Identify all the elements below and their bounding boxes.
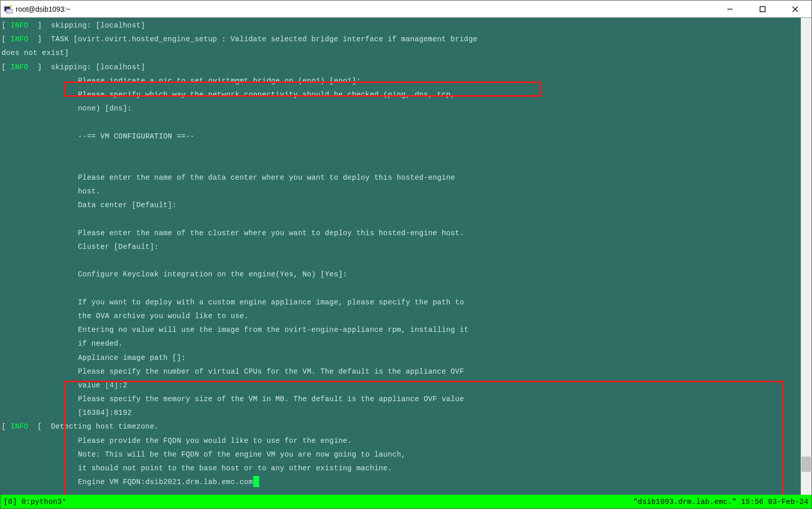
scrollbar[interactable] [801, 18, 811, 495]
log-line: [ INFO ] TASK [ovirt.ovirt.hosted_engine… [2, 33, 810, 46]
svg-rect-1 [7, 9, 13, 13]
prompt-keycloak: Configure Keycloak integration on the en… [2, 268, 810, 281]
blank-line [2, 116, 810, 129]
log-line: [ INFO ] skipping: [localhost] [2, 61, 810, 74]
prompt-ova-cont: the OVA archive you would like to use. [2, 309, 810, 323]
terminal-cursor [253, 476, 259, 487]
status-left: [0] 0:python3* [4, 498, 633, 506]
log-line: does not exist] [2, 46, 810, 60]
prompt-fqdn: Please provide the FQDN you would like t… [2, 434, 810, 448]
prompt-datacenter-value: Data center [Default]: [2, 199, 810, 212]
svg-line-2 [11, 5, 12, 7]
prompt-cluster-value: Cluster [Default]: [2, 240, 810, 254]
prompt-datacenter: Please enter the name of the data center… [2, 171, 810, 185]
maximize-button[interactable] [746, 1, 779, 18]
minimize-button[interactable] [714, 1, 746, 18]
prompt-memory-value: [16384]:8192 [2, 406, 810, 420]
prompt-datacenter-cont: host. [2, 185, 810, 199]
scrollbar-thumb[interactable] [801, 457, 811, 472]
status-right: "dsib1093.drm.lab.emc." 15:56 03-Feb-24 [633, 498, 808, 506]
prompt-engine-fqdn-input[interactable]: Engine VM FQDN:dsib2021.drm.lab.emc.com [2, 475, 810, 489]
prompt-vcpu-value: value [4]:2 [2, 379, 810, 392]
blank-line [2, 254, 810, 268]
log-line: [ INFO [ Detecting host timezone. [2, 420, 810, 434]
close-button[interactable] [779, 1, 811, 18]
prompt-fqdn-note2: it should not point to the base host or … [2, 462, 810, 475]
blank-line [2, 144, 810, 157]
app-window: root@dsib1093:~ [ INFO ] skipping: [loca… [0, 0, 812, 509]
blank-line [2, 157, 810, 171]
terminal-area[interactable]: [ INFO ] skipping: [localhost] [ INFO ] … [1, 18, 811, 495]
prompt-nic: Please indicate a nic to set ovirtmgmt b… [2, 74, 810, 88]
prompt-cluster: Please enter the name of the cluster whe… [2, 227, 810, 240]
blank-line [2, 282, 810, 296]
prompt-network-check-cont: none) [dns]: [2, 102, 810, 116]
blank-line [2, 213, 810, 227]
prompt-ova: If you want to deploy with a custom engi… [2, 296, 810, 309]
section-vm-configuration: --== VM CONFIGURATION ==-- [2, 130, 810, 144]
titlebar[interactable]: root@dsib1093:~ [1, 1, 811, 18]
prompt-ova-cont3: if needed. [2, 337, 810, 351]
prompt-memory: Please specify the memory size of the VM… [2, 392, 810, 406]
log-line: [ INFO ] skipping: [localhost] [2, 19, 810, 33]
prompt-ova-cont2: Entering no value will use the image fro… [2, 323, 810, 337]
prompt-vcpu: Please specify the number of virtual CPU… [2, 365, 810, 379]
putty-icon [4, 5, 13, 14]
window-controls [714, 1, 811, 18]
prompt-appliance-path: Appliance image path []: [2, 351, 810, 365]
tmux-statusbar: [0] 0:python3* "dsib1093.drm.lab.emc." 1… [1, 495, 811, 508]
svg-rect-4 [760, 7, 765, 12]
window-title: root@dsib1093:~ [16, 5, 714, 13]
prompt-fqdn-note: Note: This will be the FQDN of the engin… [2, 448, 810, 462]
prompt-network-check: Please specify which way the network con… [2, 88, 810, 102]
